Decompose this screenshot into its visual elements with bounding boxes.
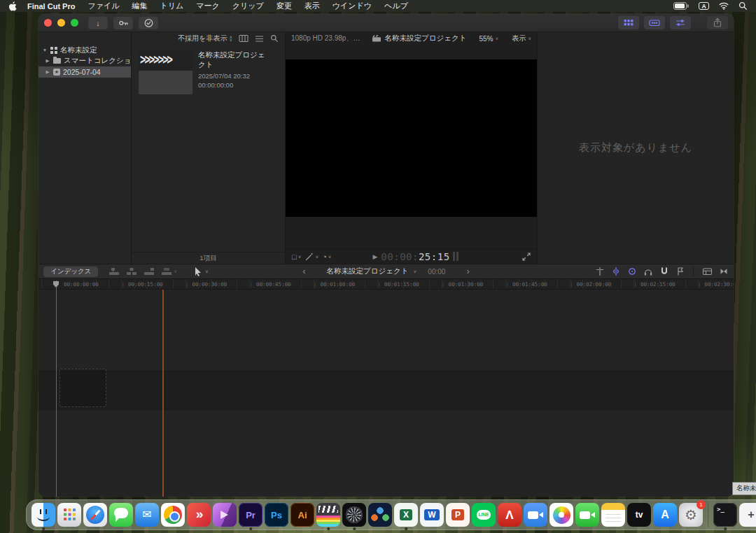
- append-clip-icon[interactable]: [144, 267, 155, 276]
- disclosure-triangle-icon[interactable]: ▶: [45, 58, 50, 64]
- tool-selector-dropdown[interactable]: ∨: [193, 266, 209, 276]
- dock-word-icon[interactable]: W: [420, 503, 444, 527]
- dock-safari-icon[interactable]: [83, 503, 107, 527]
- dock-red-chevron-app-icon[interactable]: »: [187, 503, 211, 527]
- share-button[interactable]: [707, 16, 728, 29]
- insert-clip-icon[interactable]: [126, 267, 137, 276]
- skimming-toggle-icon[interactable]: [595, 266, 605, 276]
- zoom-window-button[interactable]: [71, 19, 78, 27]
- crop-icon: □: [292, 253, 297, 261]
- dock-chrome-icon[interactable]: [161, 503, 185, 527]
- dock-illustrator-icon[interactable]: Ai: [290, 503, 314, 527]
- crop-tool-dropdown[interactable]: □∨: [292, 253, 301, 261]
- close-window-button[interactable]: [44, 19, 52, 27]
- filmstrip-view-icon[interactable]: [239, 34, 248, 43]
- window-titlebar[interactable]: ↓: [38, 14, 734, 32]
- dock-messages-icon[interactable]: [109, 503, 133, 527]
- search-icon[interactable]: [270, 34, 279, 43]
- menu-item[interactable]: クリップ: [226, 1, 270, 11]
- menu-item[interactable]: マーク: [190, 1, 226, 11]
- retime-dropdown[interactable]: ◔∨: [322, 253, 331, 261]
- desktop-wallpaper: Final Cut Pro ファイル編集トリムマーククリップ変更表示ウインドウヘ…: [0, 0, 756, 533]
- spotlight-icon[interactable]: [738, 1, 748, 10]
- enhancements-dropdown[interactable]: ∨: [304, 252, 318, 261]
- snapping-toggle-icon[interactable]: [659, 266, 669, 276]
- menu-item[interactable]: ヘルプ: [378, 1, 414, 11]
- dock-notes-icon[interactable]: [601, 503, 625, 527]
- audio-skimming-toggle-icon[interactable]: [611, 266, 621, 276]
- dock-zoom-icon[interactable]: [524, 503, 547, 527]
- dock-utility-app-icon[interactable]: +: [739, 503, 756, 527]
- battery-icon[interactable]: [673, 2, 689, 10]
- dock-launchpad-icon[interactable]: [57, 503, 81, 527]
- sidebar-item-smart-collection[interactable]: ▶ スマートコレクション: [38, 56, 131, 67]
- inspector-toggle-button[interactable]: [670, 16, 691, 29]
- disclosure-triangle-icon[interactable]: ▼: [42, 48, 48, 52]
- dock-excel-icon[interactable]: X: [394, 503, 418, 527]
- dock-facetime-icon[interactable]: [575, 503, 599, 527]
- audio-meters[interactable]: [453, 252, 458, 261]
- video-canvas[interactable]: [286, 59, 537, 217]
- dock-acrobat-icon[interactable]: Λ: [498, 503, 522, 527]
- input-source-icon[interactable]: A: [699, 2, 709, 10]
- dock-final-cut-pro-icon[interactable]: [316, 503, 340, 527]
- dock-photoshop-icon[interactable]: Ps: [265, 503, 288, 527]
- sidebar-item-library[interactable]: ▼ 名称未設定: [38, 45, 131, 56]
- timeline-toggle-button[interactable]: [644, 16, 665, 29]
- menu-item[interactable]: 表示: [298, 1, 326, 11]
- clip-flag-icon[interactable]: [676, 266, 685, 276]
- play-button[interactable]: ▶: [372, 253, 377, 260]
- hide-rejected-filter[interactable]: 不採用を非表示 ∧∨: [178, 34, 232, 43]
- minimize-window-button[interactable]: [57, 19, 65, 27]
- solo-toggle-icon[interactable]: [627, 266, 637, 276]
- disclosure-triangle-icon[interactable]: ▶: [45, 69, 50, 75]
- dock-app-store-icon[interactable]: A: [653, 503, 677, 527]
- dock-finder-icon[interactable]: [31, 503, 55, 527]
- clip-metadata[interactable]: 名称未設定プロジェクト 2025/07/04 20:32 00:00:00:00: [198, 50, 272, 89]
- playhead-line[interactable]: [56, 280, 57, 497]
- fullscreen-icon[interactable]: [522, 253, 531, 261]
- view-options-dropdown[interactable]: 表示 ∨: [512, 34, 531, 43]
- clip-appearance-icon[interactable]: [702, 266, 713, 276]
- index-button[interactable]: インデックス: [43, 266, 98, 277]
- import-media-button[interactable]: ↓: [88, 17, 108, 29]
- menu-item[interactable]: 変更: [270, 1, 298, 11]
- wifi-icon[interactable]: [719, 2, 729, 10]
- dock-premiere-pro-icon[interactable]: Pr: [239, 503, 262, 527]
- list-view-icon[interactable]: [255, 35, 264, 43]
- timeline-tracks[interactable]: [38, 290, 734, 497]
- timeline-forward-button[interactable]: ›: [466, 268, 469, 275]
- zoom-level-dropdown[interactable]: 55% ∨: [479, 35, 498, 43]
- overwrite-clip-dropdown[interactable]: ∨: [161, 267, 177, 276]
- connect-clip-icon[interactable]: [108, 267, 120, 276]
- format-info-label[interactable]: 1080p HD 23.98p、…: [291, 34, 360, 43]
- menu-item[interactable]: トリム: [153, 1, 190, 11]
- apple-menu-icon[interactable]: [8, 1, 17, 11]
- dock-mail-icon[interactable]: ✉: [135, 503, 159, 527]
- dock-system-settings-icon[interactable]: ⚙ 1: [679, 503, 703, 527]
- app-menu-title[interactable]: Final Cut Pro: [21, 2, 81, 10]
- background-tasks-button[interactable]: [139, 17, 158, 29]
- dock-line-icon[interactable]: LINE: [472, 503, 496, 527]
- timeline-ruler[interactable]: 00:00:00:0000:00:15:0000:00:30:0000:00:4…: [38, 279, 734, 290]
- menu-item[interactable]: 編集: [125, 1, 153, 11]
- headphones-icon[interactable]: [643, 266, 653, 276]
- dock-affinity-photo-icon[interactable]: [213, 503, 237, 527]
- share-icon: [713, 17, 722, 28]
- timeline-project-dropdown[interactable]: 名称未設定プロジェクト: [327, 266, 409, 276]
- clip-drop-placeholder[interactable]: [59, 369, 106, 407]
- project-clip-thumbnail[interactable]: >>>>>>>: [139, 50, 192, 94]
- effects-bowtie-icon[interactable]: [719, 266, 729, 276]
- dock-compressor-icon[interactable]: [342, 503, 366, 527]
- keyword-editor-button[interactable]: [113, 17, 133, 29]
- sidebar-item-event[interactable]: ▶ ★ 2025-07-04: [38, 66, 131, 78]
- timeline-back-button[interactable]: ‹: [302, 268, 305, 275]
- dock-photos-icon[interactable]: [550, 503, 573, 527]
- dock-terminal-icon[interactable]: >_: [713, 503, 737, 527]
- dock-powerpoint-icon[interactable]: P: [446, 503, 470, 527]
- menu-item[interactable]: ファイル: [81, 1, 125, 11]
- menu-item[interactable]: ウインドウ: [326, 1, 378, 11]
- dock-apple-tv-icon[interactable]: tv: [627, 503, 651, 527]
- browser-toggle-button[interactable]: [618, 16, 639, 29]
- dock-davinci-resolve-icon[interactable]: [368, 503, 392, 527]
